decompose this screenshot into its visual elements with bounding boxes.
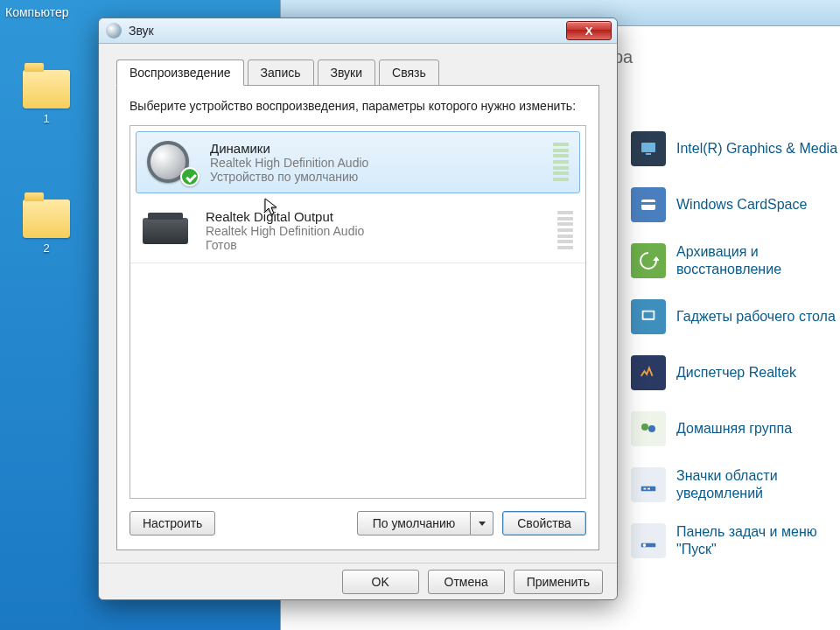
control-panel-item-label: Архивация и восстановление <box>676 243 840 278</box>
card-icon <box>631 187 666 222</box>
svg-rect-0 <box>641 143 655 152</box>
tab-strip: Воспроизведение Запись Звуки Связь <box>116 60 599 86</box>
backup-icon <box>631 243 666 278</box>
taskbar-icon <box>631 523 666 558</box>
dialog-titlebar[interactable]: Звук X <box>99 18 617 44</box>
digital-output-icon <box>143 209 192 251</box>
device-status: Готов <box>206 238 543 252</box>
control-panel-item-label: Гаджеты рабочего стола <box>676 308 836 326</box>
set-default-button[interactable]: По умолчанию <box>357 511 471 536</box>
control-panel-item-label: Intel(R) Graphics & Media <box>676 140 837 158</box>
svg-rect-1 <box>646 153 651 155</box>
tab-communications[interactable]: Связь <box>379 60 439 86</box>
set-default-split-button[interactable]: По умолчанию <box>357 511 494 536</box>
playback-intro-text: Выберите устройство воспроизведения, пар… <box>130 98 586 115</box>
control-panel-item[interactable]: Windows CardSpace <box>631 187 840 222</box>
properties-button[interactable]: Свойства <box>502 511 586 536</box>
device-item-speakers[interactable]: Динамики Realtek High Definition Audio У… <box>136 131 580 193</box>
svg-rect-9 <box>644 488 647 490</box>
folder-icon <box>23 200 70 238</box>
desktop-icon-label: 2 <box>16 242 77 255</box>
control-panel-item-label: Диспетчер Realtek <box>676 364 796 382</box>
homegroup-icon <box>631 411 666 446</box>
audio-manager-icon <box>631 355 666 390</box>
svg-rect-10 <box>648 488 650 490</box>
control-panel-item[interactable]: Архивация и восстановление <box>631 243 840 278</box>
tab-playback[interactable]: Воспроизведение <box>116 60 244 86</box>
desktop-computer-label[interactable]: Компьютер <box>5 5 68 19</box>
device-name: Realtek Digital Output <box>206 209 543 224</box>
configure-button[interactable]: Настроить <box>130 511 215 536</box>
mouse-cursor <box>264 198 278 217</box>
cancel-button[interactable]: Отмена <box>428 570 505 594</box>
close-button[interactable]: X <box>566 21 612 40</box>
control-panel-item-label: Домашняя группа <box>676 420 792 438</box>
control-panel-item[interactable]: Домашняя группа <box>631 411 840 446</box>
device-driver: Realtek High Definition Audio <box>210 156 539 170</box>
sound-dialog: Звук X Воспроизведение Запись Звуки Связ… <box>98 18 618 600</box>
level-meter <box>557 209 573 251</box>
tab-recording[interactable]: Запись <box>248 60 314 86</box>
svg-point-12 <box>643 543 647 547</box>
control-panel-item-label: Панель задач и меню "Пуск" <box>676 523 840 558</box>
desktop-icon-label: 1 <box>16 112 77 125</box>
close-icon: X <box>585 24 593 38</box>
device-status: Устройство по умолчанию <box>210 170 539 184</box>
device-driver: Realtek High Definition Audio <box>206 224 543 238</box>
folder-icon <box>23 70 70 108</box>
svg-rect-5 <box>644 312 654 318</box>
dialog-title: Звук <box>129 24 154 38</box>
gadget-icon <box>631 299 666 334</box>
control-panel-item[interactable]: Диспетчер Realtek <box>631 355 840 390</box>
control-panel-item[interactable]: Гаджеты рабочего стола <box>631 299 840 334</box>
control-panel-item-label: Windows CardSpace <box>676 196 807 214</box>
sound-dialog-icon <box>106 23 122 38</box>
control-panel-item[interactable]: Значки области уведомлений <box>631 467 840 502</box>
level-meter <box>553 141 569 183</box>
speaker-icon <box>147 141 196 183</box>
default-device-badge <box>180 167 200 186</box>
dialog-footer: OK Отмена Применить <box>99 563 617 599</box>
playback-device-list[interactable]: Динамики Realtek High Definition Audio У… <box>130 125 586 499</box>
tray-icon <box>631 467 666 502</box>
control-panel-item[interactable]: Intel(R) Graphics & Media <box>631 131 840 166</box>
tab-sounds[interactable]: Звуки <box>318 60 376 86</box>
apply-button[interactable]: Применить <box>514 570 603 594</box>
control-panel-item[interactable]: Панель задач и меню "Пуск" <box>631 523 840 558</box>
control-panel-item-list: Intel(R) Graphics & Media Windows CardSp… <box>631 131 840 579</box>
svg-rect-3 <box>641 202 655 205</box>
device-item-digital-output[interactable]: Realtek Digital Output Realtek High Defi… <box>130 199 585 263</box>
control-panel-item-label: Значки области уведомлений <box>676 467 840 502</box>
tab-panel-playback: Выберите устройство воспроизведения, пар… <box>116 85 599 550</box>
svg-point-6 <box>641 424 648 430</box>
ok-button[interactable]: OK <box>342 570 419 594</box>
set-default-dropdown-arrow[interactable] <box>471 511 494 536</box>
display-chip-icon <box>631 131 666 166</box>
device-name: Динамики <box>210 141 539 156</box>
desktop-folder-2[interactable]: 2 <box>16 200 77 255</box>
desktop-folder-1[interactable]: 1 <box>16 70 77 125</box>
svg-point-7 <box>648 425 655 432</box>
